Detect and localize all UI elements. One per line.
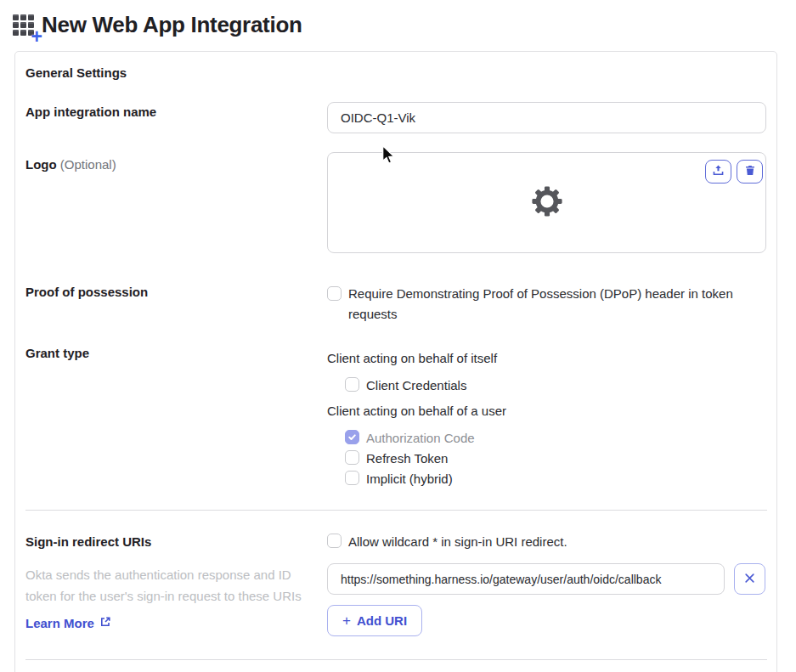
refresh-token-label: Refresh Token xyxy=(366,450,448,466)
add-uri-button[interactable]: + Add URI xyxy=(327,605,422,636)
external-link-icon xyxy=(99,616,111,630)
authorization-code-checkbox[interactable] xyxy=(345,430,359,444)
plus-icon: + xyxy=(31,28,42,45)
redirect-uris-label: Sign-in redirect URIs xyxy=(25,534,151,549)
refresh-token-checkbox[interactable] xyxy=(345,450,359,465)
grant-type-label: Grant type xyxy=(25,346,89,360)
implicit-hybrid-label: Implicit (hybrid) xyxy=(366,471,453,487)
client-credentials-label: Client Credentials xyxy=(366,377,466,393)
section-divider xyxy=(25,510,767,511)
app-name-label: App integration name xyxy=(25,104,156,119)
wildcard-option[interactable]: Allow wildcard * in sign-in URI redirect… xyxy=(327,534,567,550)
app-name-input[interactable] xyxy=(327,102,766,133)
delete-logo-button[interactable] xyxy=(737,160,763,184)
implicit-hybrid-option[interactable]: Implicit (hybrid) xyxy=(345,471,453,487)
implicit-hybrid-checkbox[interactable] xyxy=(345,471,359,485)
proof-label: Proof of possession xyxy=(25,285,148,299)
wildcard-checkbox[interactable] xyxy=(327,534,342,548)
app-grid-plus-icon: + xyxy=(13,14,38,39)
client-credentials-option[interactable]: Client Credentials xyxy=(345,377,466,393)
logo-label-text: Logo xyxy=(25,157,57,172)
client-credentials-checkbox[interactable] xyxy=(345,377,359,392)
dpop-option-label: Require Demonstrating Proof of Possessio… xyxy=(348,284,739,325)
upload-logo-button[interactable] xyxy=(705,160,731,184)
dpop-option[interactable]: Require Demonstrating Proof of Possessio… xyxy=(327,284,739,325)
grant-group-itself-heading: Client acting on behalf of itself xyxy=(327,351,497,365)
redirect-uri-input[interactable] xyxy=(327,563,725,595)
section-title: General Settings xyxy=(25,65,127,80)
learn-more-link[interactable]: Learn More xyxy=(25,616,111,630)
learn-more-label: Learn More xyxy=(25,616,94,630)
remove-uri-button[interactable] xyxy=(734,563,765,595)
refresh-token-option[interactable]: Refresh Token xyxy=(345,450,448,466)
gear-icon xyxy=(531,185,563,221)
wildcard-option-label: Allow wildcard * in sign-in URI redirect… xyxy=(348,534,567,550)
authorization-code-label: Authorization Code xyxy=(366,430,475,446)
redirect-help-text: Okta sends the authentication response a… xyxy=(25,564,319,607)
add-uri-label: Add URI xyxy=(357,613,407,628)
logo-optional-hint: (Optional) xyxy=(60,157,116,172)
plus-icon: + xyxy=(342,613,351,630)
check-icon xyxy=(347,432,357,442)
upload-icon xyxy=(712,164,725,180)
dpop-checkbox[interactable] xyxy=(327,286,342,301)
logo-upload-area[interactable] xyxy=(327,152,766,253)
authorization-code-option[interactable]: Authorization Code xyxy=(345,430,475,446)
close-icon xyxy=(744,572,755,587)
logo-label: Logo (Optional) xyxy=(25,157,116,172)
page-title: New Web App Integration xyxy=(42,12,302,38)
trash-icon xyxy=(744,164,756,180)
grant-group-user-heading: Client acting on behalf of a user xyxy=(327,404,506,418)
new-web-app-integration-page: + New Web App Integration General Settin… xyxy=(0,0,796,672)
bottom-divider xyxy=(25,659,767,660)
